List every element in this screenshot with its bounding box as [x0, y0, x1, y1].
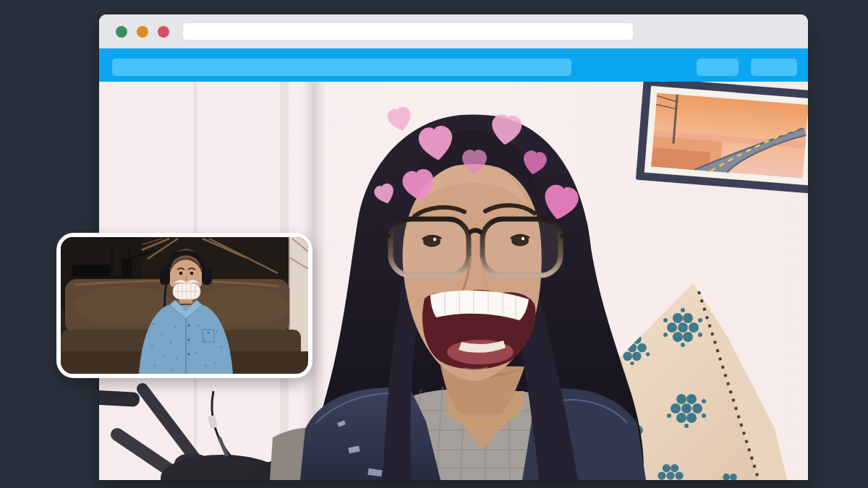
toolbar-button-1[interactable]	[697, 59, 739, 76]
toolbar-search-input[interactable]	[112, 59, 571, 76]
browser-chrome-bar	[99, 14, 808, 48]
desktop-background: { "colors": { "bg": "#2a313c", "chrome":…	[0, 0, 868, 488]
toolbar-button-2[interactable]	[751, 59, 797, 76]
traffic-light-orange-icon[interactable]	[137, 26, 148, 38]
traffic-light-green-icon[interactable]	[116, 26, 127, 38]
traffic-light-red-icon[interactable]	[158, 26, 169, 38]
url-bar[interactable]	[183, 23, 633, 40]
pip-video-frame	[61, 237, 308, 374]
toolbar	[99, 48, 808, 82]
pip-video[interactable]	[56, 233, 312, 378]
pip-video-scene	[61, 237, 308, 374]
framed-picture	[636, 82, 808, 194]
